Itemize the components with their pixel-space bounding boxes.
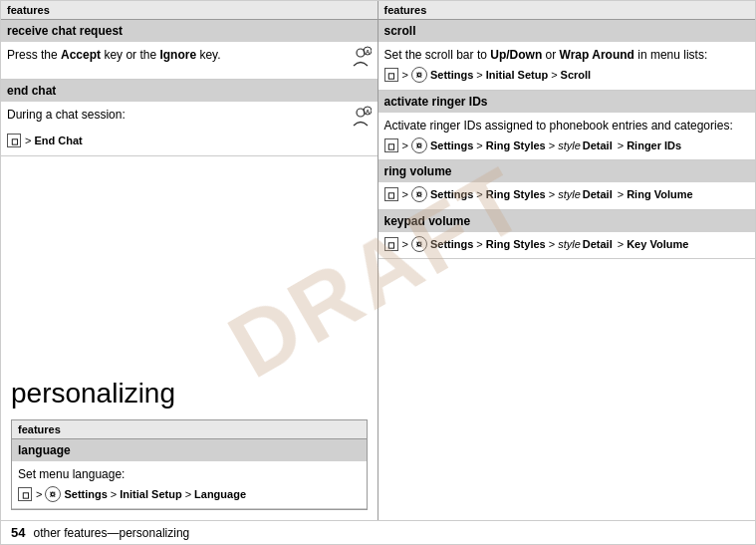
left-column: features receive chat request Press the … [1,1,378,366]
scroll-label: Scroll [561,67,592,84]
arr2: > [476,67,482,84]
arr14: > [549,236,555,253]
settings-circle-icon5: ⛭ [45,486,61,502]
menu-sq-icon-ringer: ◻ [384,138,398,152]
settings-circle-icon: ⛭ [411,67,427,83]
ring-volume-title: ring volume [378,160,756,182]
ring-volume-body: ◻ > ⛭ Settings > Ring Styles > style Det… [378,182,756,209]
menu-sq-icon-kv: ◻ [384,237,398,251]
initial-setup-label: Initial Setup [486,67,548,84]
up-down-text: Up/Down [490,48,542,62]
style-italic2: style [558,186,581,203]
arr13: > [476,236,482,253]
arr1: > [402,67,408,84]
feature-row-end-chat: end chat During a chat session: A [1,80,378,156]
menu-sq-icon-lang: ◻ [18,487,32,501]
arr15: > [618,236,624,253]
feature-row-receive-chat: receive chat request Press the Accept ke… [1,20,378,80]
language-body: Set menu language: ◻ > ⛭ Settings > Init… [12,461,367,509]
arr11: > [618,186,624,203]
ignore-text: Ignore [159,48,196,62]
mini-language-row: language Set menu language: ◻ > ⛭ Settin… [12,439,367,510]
content-area: features receive chat request Press the … [1,1,755,544]
detail-label: Detail [583,137,613,154]
language-title: language [12,439,367,461]
arr5: > [476,137,482,154]
detail-label2: Detail [583,186,613,203]
right-feature-header: features [378,1,756,20]
arr-lang2: > [111,486,117,503]
scroll-menu-path: ◻ > ⛭ Settings > Initial Setup > Scroll [384,67,750,84]
keypad-volume-title: keypad volume [378,210,756,232]
arrow1: > [25,133,31,149]
arr4: > [402,137,408,154]
end-chat-body: During a chat session: A [1,102,378,155]
receive-chat-title: receive chat request [1,20,378,42]
ring-styles-label2: Ring Styles [486,186,546,203]
end-chat-title: end chat [1,80,378,102]
ring-styles-label3: Ring Styles [486,236,546,253]
language-label: Language [194,486,246,503]
footer-text: other features—personalizing [33,526,189,540]
arr10: > [549,186,555,203]
feature-row-keypad-volume: keypad volume ◻ > ⛭ Settings > Ring Styl… [378,210,756,260]
language-desc: Set menu language: [18,465,361,483]
settings-circle-icon2: ⛭ [411,137,427,153]
settings-label3: Settings [430,186,473,203]
menu-sq-icon-rv: ◻ [384,187,398,201]
style-italic: style [558,137,581,154]
svg-text:A: A [366,109,371,115]
language-menu-path: ◻ > ⛭ Settings > Initial Setup > Languag… [18,486,361,503]
feature-row-scroll: scroll Set the scroll bar to Up/Down or … [378,20,756,91]
wrap-around-text: Wrap Around [560,48,634,62]
receive-chat-text: Press the Accept key or the Ignore key. [7,46,221,64]
ring-volume-label: Ring Volume [627,186,692,203]
settings-circle-icon4: ⛭ [411,236,427,252]
mini-feature-header: features [12,420,367,439]
arr-lang3: > [185,486,191,503]
features-mini-table: features language Set menu language: ◻ >… [11,419,368,511]
right-column: features scroll Set the scroll bar to Up… [378,1,756,366]
arr-lang1: > [36,486,42,503]
personalizing-title: personalizing [11,378,368,409]
ringer-ids-label: Ringer IDs [627,137,681,154]
scroll-title: scroll [378,20,756,42]
settings-circle-icon3: ⛭ [411,186,427,202]
style-italic3: style [558,236,581,253]
feature-row-ring-volume: ring volume ◻ > ⛭ Settings > Ring Styles… [378,160,756,210]
arr3: > [551,67,557,84]
initial-setup-label2: Initial Setup [120,486,181,503]
chat-icon-area: A [350,46,372,73]
accept-text: Accept [61,48,101,62]
bottom-section: personalizing features language Set menu… [1,366,755,521]
key-volume-label: Key Volume [627,236,688,253]
end-chat-menu-path: ◻ > End Chat [7,133,372,149]
ringer-ids-menu-path: ◻ > ⛭ Settings > Ring Styles > style Det… [384,137,750,154]
right-bottom-spacer [378,366,756,521]
svg-text:A: A [366,49,371,55]
end-chat-icon-area: A [350,106,372,133]
ring-styles-label: Ring Styles [486,137,546,154]
ringer-ids-body: Activate ringer IDs assigned to phoneboo… [378,113,756,160]
page-wrapper: DRAFT features receive chat request Pres… [0,0,756,545]
feature-row-ringer-ids: activate ringer IDs Activate ringer IDs … [378,91,756,161]
left-feature-header: features [1,1,378,20]
page-footer: 54 other features—personalizing [1,520,755,544]
ring-volume-menu-path: ◻ > ⛭ Settings > Ring Styles > style Det… [384,186,750,203]
receive-chat-body: Press the Accept key or the Ignore key. … [1,42,378,79]
chat-person-icon: A [350,46,372,68]
arr12: > [402,236,408,253]
page-number: 54 [11,525,25,540]
arr6: > [549,137,555,154]
end-chat-label: End Chat [34,133,82,149]
arr8: > [402,186,408,203]
arr9: > [476,186,482,203]
settings-label: Settings [430,67,473,84]
menu-sq-icon-scroll: ◻ [384,68,398,82]
detail-label3: Detail [583,236,613,253]
end-chat-session-text: During a chat session: [7,106,126,124]
settings-label2: Settings [430,137,473,154]
chat-person-icon2: A [350,106,372,128]
arr7: > [618,137,624,154]
keypad-volume-menu-path: ◻ > ⛭ Settings > Ring Styles > style Det… [384,236,750,253]
